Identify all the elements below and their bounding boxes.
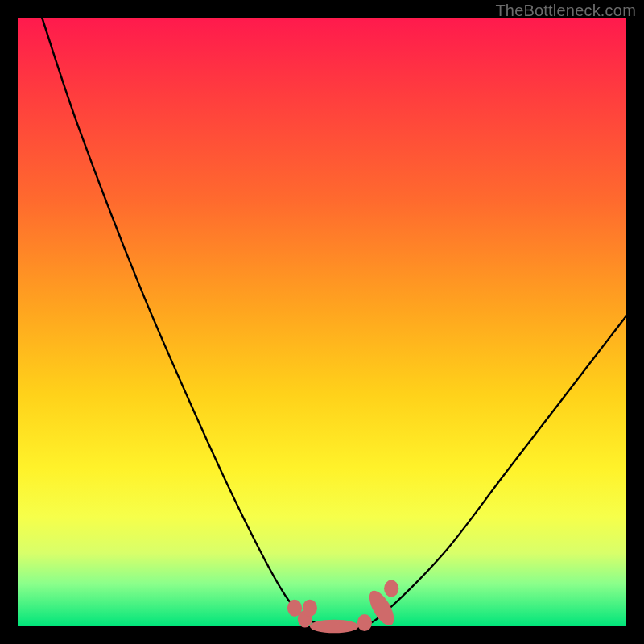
marker-group bbox=[287, 580, 398, 634]
plot-area bbox=[18, 18, 626, 626]
trough-marker-4 bbox=[357, 614, 372, 631]
chart-frame: TheBottleneck.com bbox=[0, 0, 644, 644]
curve-group bbox=[42, 18, 626, 627]
trough-marker-3 bbox=[310, 620, 358, 634]
curve-svg bbox=[18, 18, 626, 626]
trough-marker-6 bbox=[384, 580, 398, 597]
trough-marker-2 bbox=[303, 600, 317, 617]
bottleneck-curve bbox=[42, 18, 626, 627]
